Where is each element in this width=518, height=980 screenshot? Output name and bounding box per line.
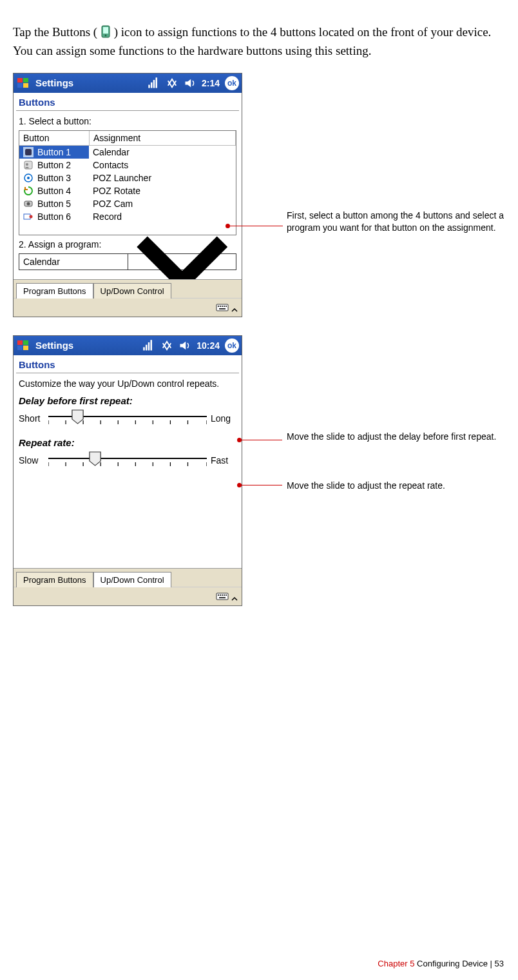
svg-rect-7 — [23, 83, 28, 88]
table-row[interactable]: Button 2 Contacts — [19, 159, 236, 172]
svg-rect-65 — [225, 594, 227, 596]
annotation-select-button: First, select a button among the 4 butto… — [287, 210, 506, 234]
page-title: Buttons — [14, 355, 242, 373]
rate-slider[interactable] — [48, 451, 207, 470]
signal-icon[interactable] — [148, 77, 160, 90]
row-btn: Button 3 — [37, 173, 71, 183]
tab-bar: Program Buttons Up/Down Control — [14, 279, 242, 298]
row-asg: Calendar — [89, 146, 236, 159]
tab-program-buttons[interactable]: Program Buttons — [16, 283, 93, 299]
table-row[interactable]: Button 5 POZ Cam — [19, 197, 236, 210]
signal-icon[interactable] — [142, 339, 155, 352]
clock-time[interactable]: 2:14 — [202, 78, 220, 88]
svg-rect-36 — [148, 342, 150, 351]
row-btn: Button 2 — [37, 160, 71, 170]
row-asg: POZ Launcher — [89, 172, 236, 184]
tab-updown-control[interactable]: Up/Down Control — [93, 572, 171, 587]
row-btn: Button 1 — [37, 147, 71, 157]
svg-rect-11 — [155, 77, 157, 88]
table-row[interactable]: Button 3 POZ Launcher — [19, 172, 236, 184]
label-long: Long — [211, 413, 236, 424]
window-title: Settings — [35, 340, 73, 351]
row-btn: Button 5 — [37, 199, 71, 209]
assign-program-select[interactable]: Calendar — [19, 253, 236, 270]
svg-rect-62 — [220, 594, 221, 596]
footer-sep: | — [490, 959, 495, 968]
svg-rect-10 — [153, 80, 155, 88]
speaker-icon[interactable] — [184, 77, 197, 90]
connection-icon[interactable] — [160, 339, 173, 352]
ok-button[interactable]: ok — [225, 338, 239, 353]
keyboard-icon[interactable] — [216, 301, 229, 314]
svg-rect-24 — [220, 306, 221, 307]
clock-time[interactable]: 10:24 — [197, 340, 220, 351]
svg-rect-34 — [143, 347, 145, 350]
keyboard-icon[interactable] — [216, 590, 229, 603]
tab-bar: Program Buttons Up/Down Control — [14, 568, 242, 587]
row-asg: POZ Rotate — [89, 184, 236, 197]
svg-rect-1 — [103, 27, 108, 34]
screenshot-updown-control: Settings 10:24 ok Buttons Customize the … — [13, 335, 242, 606]
tab-updown-control[interactable]: Up/Down Control — [93, 283, 171, 299]
svg-rect-13 — [25, 149, 32, 155]
delay-slider[interactable] — [48, 409, 207, 428]
annotation-rate-slider: Move the slide to adjust the repeat rate… — [287, 480, 506, 492]
page-footer: Chapter 5 Configuring Device | 53 — [378, 959, 504, 968]
svg-rect-63 — [222, 594, 223, 596]
row-asg: Contacts — [89, 159, 236, 172]
footer-title: Configuring Device — [417, 959, 488, 968]
annotation-delay-slider: Move the slide to adjust the delay befor… — [287, 431, 506, 443]
svg-rect-33 — [23, 346, 28, 350]
svg-rect-37 — [151, 340, 153, 350]
svg-point-17 — [27, 177, 30, 179]
step-1-label: 1. Select a button: — [14, 115, 242, 128]
svg-rect-22 — [216, 304, 228, 311]
svg-rect-26 — [224, 306, 225, 307]
svg-point-19 — [27, 202, 30, 205]
delay-heading: Delay before first repeat: — [14, 393, 242, 407]
label-short: Short — [19, 413, 44, 424]
tab-program-buttons[interactable]: Program Buttons — [16, 572, 93, 587]
svg-rect-66 — [219, 597, 225, 598]
svg-rect-60 — [216, 593, 228, 600]
svg-point-2 — [104, 35, 106, 37]
svg-point-21 — [30, 215, 33, 218]
col-button: Button — [19, 131, 90, 146]
window-titlebar: Settings 10:24 ok — [14, 336, 242, 355]
row-btn: Button 6 — [37, 211, 71, 222]
window-title: Settings — [35, 77, 73, 88]
start-flag-icon[interactable] — [16, 76, 30, 90]
row-btn: Button 4 — [37, 186, 71, 196]
svg-rect-8 — [148, 84, 150, 88]
sip-up-icon[interactable] — [231, 593, 238, 600]
intro-paragraph: Tap the Buttons ( ) icon to assign funct… — [13, 23, 505, 61]
connection-icon[interactable] — [166, 77, 178, 90]
svg-rect-25 — [222, 306, 223, 307]
footer-page: 53 — [495, 959, 504, 968]
svg-rect-28 — [219, 308, 225, 309]
rate-heading: Repeat rate: — [14, 435, 242, 449]
footer-chapter: Chapter 5 — [378, 959, 414, 968]
chevron-down-icon — [128, 254, 236, 270]
svg-rect-31 — [23, 340, 28, 345]
table-row[interactable]: Button 1 Calendar — [19, 146, 236, 159]
speaker-icon[interactable] — [178, 339, 191, 352]
callout-line — [240, 485, 282, 485]
svg-rect-5 — [23, 78, 28, 83]
svg-rect-30 — [17, 340, 23, 345]
table-row[interactable]: Button 4 POZ Rotate — [19, 184, 236, 197]
row-asg: POZ Cam — [89, 197, 236, 210]
buttons-icon — [101, 25, 111, 38]
callout-line — [240, 440, 282, 440]
svg-point-15 — [26, 163, 28, 166]
start-flag-icon[interactable] — [16, 338, 30, 353]
label-fast: Fast — [211, 455, 236, 466]
combo-value: Calendar — [19, 257, 128, 267]
svg-rect-23 — [218, 306, 219, 307]
ok-button[interactable]: ok — [225, 76, 239, 90]
svg-rect-6 — [17, 83, 23, 88]
sip-up-icon[interactable] — [231, 304, 238, 311]
svg-rect-9 — [151, 83, 153, 88]
svg-rect-61 — [218, 594, 219, 596]
svg-rect-32 — [17, 346, 23, 350]
